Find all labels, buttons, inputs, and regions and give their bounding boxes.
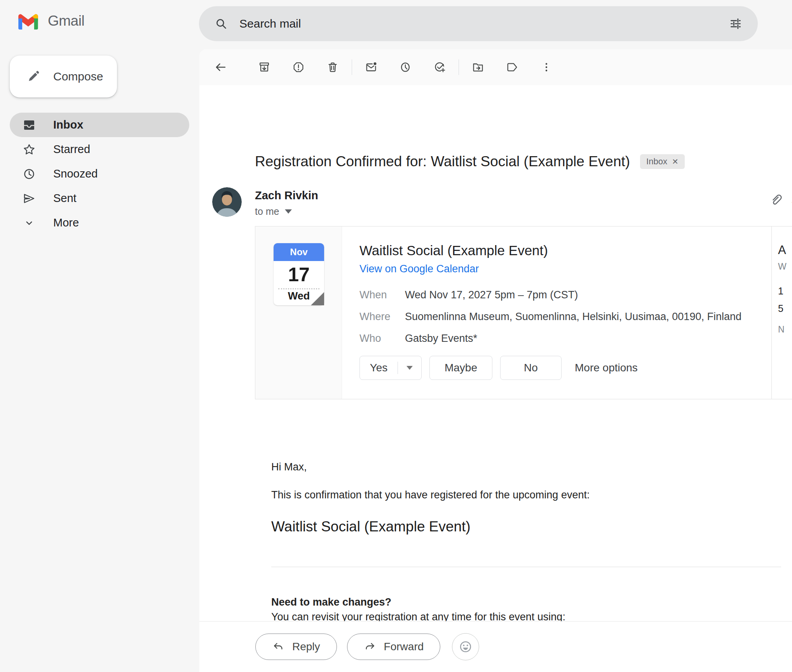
view-on-google-calendar-link[interactable]: View on Google Calendar bbox=[359, 263, 479, 275]
sidebar-nav: Inbox Starred Snoozed Sent M bbox=[10, 113, 189, 235]
details-caret-icon bbox=[285, 209, 292, 214]
labels-icon[interactable] bbox=[499, 54, 526, 81]
reply-footer-bar: Reply Forward bbox=[199, 621, 792, 672]
email-subject: Registration Confirmed for: Waitlist Soc… bbox=[255, 153, 630, 170]
sidebar-item-sent[interactable]: Sent bbox=[10, 186, 189, 211]
chevron-down-icon bbox=[21, 217, 37, 229]
changes-heading: Need to make changes? bbox=[271, 596, 391, 608]
who-value: Gatsby Events* bbox=[405, 333, 477, 345]
agenda-panel: A W 1 5 N bbox=[771, 226, 792, 399]
confirmation-text: This is confirmation that you have regis… bbox=[271, 489, 590, 501]
rsvp-yes-button[interactable]: Yes bbox=[360, 362, 398, 374]
agenda-text-fragment: 1 bbox=[778, 286, 783, 297]
move-to-icon[interactable] bbox=[464, 54, 492, 81]
event-details: Waitlist Social (Example Event) View on … bbox=[342, 226, 771, 399]
event-who-row: Who Gatsby Events* bbox=[359, 333, 771, 345]
more-vert-icon[interactable] bbox=[533, 54, 560, 81]
star-icon bbox=[21, 143, 37, 157]
compose-label: Compose bbox=[53, 70, 103, 83]
event-where-row: Where Suomenlinna Museum, Suomenlinna, H… bbox=[359, 311, 771, 323]
delete-icon[interactable] bbox=[319, 54, 346, 81]
mark-unread-icon[interactable] bbox=[358, 54, 385, 81]
greeting-text: Hi Max, bbox=[271, 461, 307, 473]
search-bar[interactable] bbox=[199, 6, 758, 41]
inbox-icon bbox=[21, 118, 37, 132]
mail-toolbar bbox=[199, 49, 792, 85]
back-icon[interactable] bbox=[207, 54, 234, 81]
page-fold-decoration bbox=[311, 292, 324, 305]
event-title: Waitlist Social (Example Event) bbox=[359, 243, 771, 258]
search-icon[interactable] bbox=[214, 16, 229, 31]
send-icon bbox=[21, 192, 37, 205]
forward-label: Forward bbox=[384, 641, 424, 653]
recipient-label: to me bbox=[255, 206, 279, 217]
dropdown-caret-icon bbox=[406, 366, 413, 370]
sidebar-item-label: Snoozed bbox=[53, 167, 98, 180]
calendar-day: 17 bbox=[274, 263, 324, 286]
forward-button[interactable]: Forward bbox=[347, 634, 441, 660]
inbox-label-chip[interactable]: Inbox ✕ bbox=[640, 154, 685, 169]
inbox-label-text: Inbox bbox=[646, 157, 667, 167]
sidebar-item-starred[interactable]: Starred bbox=[10, 137, 189, 162]
calendar-date-chip: Nov 17 Wed bbox=[274, 243, 324, 305]
rsvp-yes-dropdown[interactable] bbox=[398, 366, 421, 370]
when-value: Wed Nov 17, 2027 5pm – 7pm (CST) bbox=[405, 289, 578, 301]
agenda-text-fragment: 5 bbox=[778, 303, 783, 314]
calendar-date-panel: Nov 17 Wed bbox=[255, 226, 342, 399]
reply-arrow-icon bbox=[272, 641, 284, 653]
where-value: Suomenlinna Museum, Suomenlinna, Helsink… bbox=[405, 311, 741, 323]
more-options-link[interactable]: More options bbox=[575, 362, 638, 374]
agenda-text-fragment: A bbox=[778, 243, 786, 257]
reply-label: Reply bbox=[292, 641, 320, 653]
add-to-tasks-icon[interactable] bbox=[426, 54, 453, 81]
when-label: When bbox=[359, 289, 405, 301]
sender-avatar[interactable] bbox=[212, 187, 242, 217]
gmail-logo[interactable]: Gmail bbox=[17, 12, 84, 30]
sidebar-item-label: Starred bbox=[53, 143, 90, 156]
sidebar-item-label: More bbox=[53, 216, 79, 229]
sidebar-item-snoozed[interactable]: Snoozed bbox=[10, 162, 189, 186]
toolbar-divider bbox=[352, 59, 352, 75]
emoji-reaction-button[interactable] bbox=[452, 633, 479, 660]
archive-icon[interactable] bbox=[251, 54, 278, 81]
compose-button[interactable]: Compose bbox=[10, 56, 117, 97]
search-options-icon[interactable] bbox=[728, 16, 743, 31]
rsvp-no-button[interactable]: No bbox=[500, 356, 562, 380]
calendar-month: Nov bbox=[274, 243, 324, 261]
agenda-text-fragment: W bbox=[778, 261, 787, 272]
clock-icon bbox=[21, 167, 37, 181]
reply-button[interactable]: Reply bbox=[255, 634, 337, 660]
sidebar-item-inbox[interactable]: Inbox bbox=[10, 113, 189, 137]
where-label: Where bbox=[359, 311, 405, 323]
recipient-toggle[interactable]: to me bbox=[255, 206, 292, 217]
calendar-dotted-divider bbox=[278, 288, 319, 289]
remove-label-icon[interactable]: ✕ bbox=[672, 157, 679, 166]
agenda-text-fragment: N bbox=[778, 324, 785, 335]
sender-name[interactable]: Zach Rivkin bbox=[255, 189, 318, 202]
gmail-m-icon bbox=[17, 12, 39, 30]
report-spam-icon[interactable] bbox=[285, 54, 312, 81]
who-label: Who bbox=[359, 333, 405, 345]
mail-view-card: Registration Confirmed for: Waitlist Soc… bbox=[199, 49, 792, 672]
body-divider bbox=[271, 567, 781, 567]
rsvp-maybe-button[interactable]: Maybe bbox=[429, 356, 492, 380]
rsvp-buttons: Yes Maybe No More options bbox=[359, 356, 638, 380]
gmail-wordmark: Gmail bbox=[48, 13, 84, 29]
search-input[interactable] bbox=[239, 17, 728, 30]
sidebar-item-label: Sent bbox=[53, 192, 77, 205]
sidebar-item-label: Inbox bbox=[53, 118, 83, 131]
paperclip-icon bbox=[769, 192, 784, 207]
toolbar-divider bbox=[459, 59, 459, 75]
event-when-row: When Wed Nov 17, 2027 5pm – 7pm (CST) bbox=[359, 289, 771, 301]
body-event-title: Waitlist Social (Example Event) bbox=[271, 519, 471, 535]
calendar-event-card: Nov 17 Wed Waitlist Social (Example Even… bbox=[255, 226, 792, 399]
forward-arrow-icon bbox=[364, 641, 376, 653]
snooze-icon[interactable] bbox=[392, 54, 419, 81]
sidebar-item-more[interactable]: More bbox=[10, 211, 189, 235]
pencil-icon bbox=[26, 69, 41, 84]
rsvp-yes-split-button: Yes bbox=[359, 356, 422, 380]
